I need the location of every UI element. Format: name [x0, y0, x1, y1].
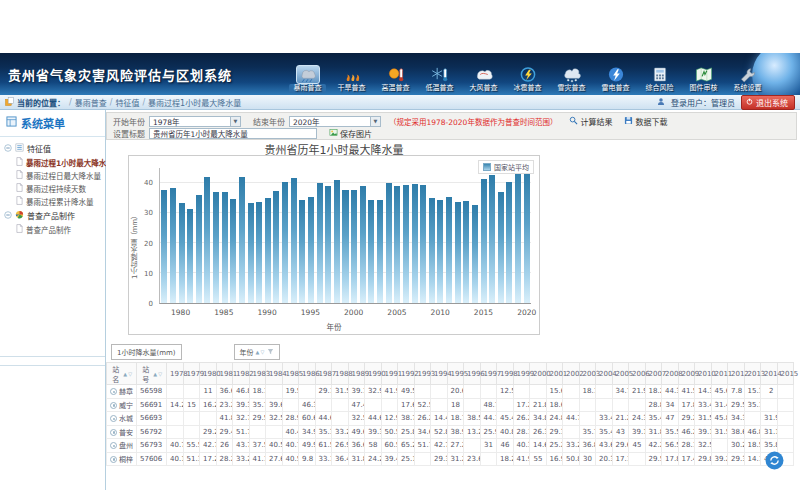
- value-cell: 29.1: [315, 385, 332, 399]
- value-cell: 33.2: [332, 425, 349, 439]
- logout-label: 退出系统: [756, 97, 788, 108]
- chart-title-input-value: 贵州省历年1小时最大降水量: [153, 128, 248, 139]
- nav-item-snow[interactable]: 雪灾普查: [553, 65, 590, 93]
- value-cell: 29.2: [678, 412, 695, 426]
- row-select-radio[interactable]: [110, 429, 117, 436]
- value-cell: [761, 398, 778, 412]
- breadcrumb-item[interactable]: 特征值: [115, 97, 139, 108]
- refresh-float-button[interactable]: [765, 451, 784, 470]
- collapse-icon[interactable]: [4, 211, 12, 221]
- sort-icons[interactable]: ▲▽: [153, 371, 163, 377]
- value-cell: 31.1: [761, 425, 778, 439]
- value-cell: 32.5: [695, 439, 712, 453]
- value-cell: 40.4: [282, 425, 299, 439]
- nav-label: 高温普查: [377, 84, 414, 93]
- value-cell: [365, 398, 382, 412]
- value-cell: 56.5: [662, 439, 679, 453]
- row-select-radio[interactable]: [110, 456, 117, 463]
- legend-swatch: [483, 163, 491, 171]
- tree-item-label: 普查产品制作: [26, 224, 71, 235]
- nav-item-lightning[interactable]: 雷电普查: [597, 65, 634, 93]
- value-cell: [200, 412, 217, 426]
- tree-group-product-making[interactable]: 普查产品制作: [2, 208, 103, 223]
- data-download-button[interactable]: 数据下载: [624, 116, 667, 127]
- sort-icons[interactable]: ▲▽: [123, 371, 133, 377]
- value-cell: 29.5: [645, 452, 662, 466]
- nav-item-settings[interactable]: 系统设置: [729, 65, 766, 93]
- start-year-select[interactable]: 1978年 ▼: [149, 116, 241, 127]
- tree-group-feature-values[interactable]: 特征值: [2, 141, 103, 156]
- value-cell: 24.3: [629, 412, 646, 426]
- station-id-header[interactable]: 站号▲▽: [137, 363, 167, 385]
- bar: [170, 188, 176, 303]
- value-cell: 46.8: [744, 425, 761, 439]
- value-cell: 45.4: [497, 412, 514, 426]
- row-select-radio[interactable]: [110, 442, 117, 449]
- sort-icons[interactable]: ▲▽: [256, 349, 266, 355]
- file-icon: [16, 196, 23, 207]
- station-name: 水城: [119, 415, 133, 423]
- nav-item-risk[interactable]: 综合风险: [641, 65, 678, 93]
- row-select-radio[interactable]: [110, 415, 117, 422]
- tree-item-product-making[interactable]: 普查产品制作: [2, 223, 103, 236]
- value-cell: 18.2: [645, 385, 662, 399]
- set-title-label: 设置标题: [113, 128, 145, 139]
- value-cell: 18.1: [579, 385, 596, 399]
- end-year-select[interactable]: 2020年 ▼: [289, 116, 381, 127]
- filter-funnel-icon[interactable]: [267, 348, 274, 357]
- value-field-chip[interactable]: 1小时降水量(mm): [111, 344, 182, 360]
- nav-item-high-temp[interactable]: 高温普查: [377, 65, 414, 93]
- tree-item-1h-max-precip[interactable]: 暴雨过程1小时最大降水量: [2, 156, 103, 169]
- map-icon: [692, 65, 716, 84]
- nav-item-low-temp[interactable]: 低温普查: [421, 65, 458, 93]
- value-cell: 58: [365, 439, 382, 453]
- breadcrumb-item[interactable]: 暴雨过程1小时最大降水量: [148, 97, 241, 108]
- collapse-icon[interactable]: [4, 144, 12, 154]
- breadcrumb-item[interactable]: 暴雨普查: [75, 97, 107, 108]
- column-field-chip[interactable]: 年份 ▲▽: [234, 344, 281, 360]
- chart-plot-area: [159, 168, 531, 304]
- bar: [291, 178, 297, 303]
- bar: [248, 203, 254, 303]
- nav-item-wind[interactable]: 大风普查: [465, 65, 502, 93]
- value-cell: 42.7: [200, 439, 217, 453]
- row-select-radio[interactable]: [110, 388, 117, 395]
- value-cell: [777, 425, 794, 439]
- value-cell: 50.5: [381, 425, 398, 439]
- value-cell: 55: [530, 452, 547, 466]
- nav-item-drought[interactable]: 干旱普查: [333, 65, 370, 93]
- nav-item-rainstorm[interactable]: 暴雨普查: [289, 65, 326, 93]
- breadcrumb-sep: /: [69, 98, 72, 107]
- row-select-radio[interactable]: [110, 402, 117, 409]
- tree-item-daily-max-precip[interactable]: 暴雨过程日最大降水量: [2, 169, 103, 182]
- value-cell: 39.1: [695, 425, 712, 439]
- chevron-down-icon: ▼: [230, 117, 240, 126]
- tree-item-accumulated-precip[interactable]: 暴雨过程累计降水量: [2, 195, 103, 208]
- bar: [463, 201, 469, 303]
- tree-item-duration-days[interactable]: 暴雨过程持续天数: [2, 182, 103, 195]
- save-disk-icon: [624, 116, 633, 127]
- tree-item-label: 暴雨过程1小时最大降水量: [26, 157, 114, 168]
- value-cell: 35.1: [744, 398, 761, 412]
- station-name: 赫章: [119, 388, 133, 396]
- value-cell: 24.2: [365, 452, 382, 466]
- value-cell: 65.2: [398, 439, 415, 453]
- value-cell: 38.6: [728, 425, 745, 439]
- station-name-cell: 普安: [107, 425, 137, 439]
- calc-result-button[interactable]: 计算结果: [569, 116, 612, 127]
- value-cell: 28.1: [678, 439, 695, 453]
- station-name-header[interactable]: 站名▲▽: [107, 363, 137, 385]
- header-label: 站名: [110, 364, 121, 384]
- value-cell: 46.3: [299, 398, 316, 412]
- nav-label: 大风普查: [465, 84, 502, 93]
- nav-item-hail[interactable]: 冰雹普查: [509, 65, 546, 93]
- bar: [472, 205, 478, 303]
- logout-button[interactable]: 退出系统: [741, 95, 795, 110]
- chart-title-input[interactable]: 贵州省历年1小时最大降水量: [149, 128, 317, 139]
- save-image-button[interactable]: 保存图片: [329, 128, 372, 139]
- value-cell: 2: [761, 385, 778, 399]
- value-cell: [167, 385, 184, 399]
- nav-item-map-review[interactable]: 图件审核: [685, 65, 722, 93]
- value-cell: [183, 385, 200, 399]
- end-year-value: 2020年: [293, 116, 320, 127]
